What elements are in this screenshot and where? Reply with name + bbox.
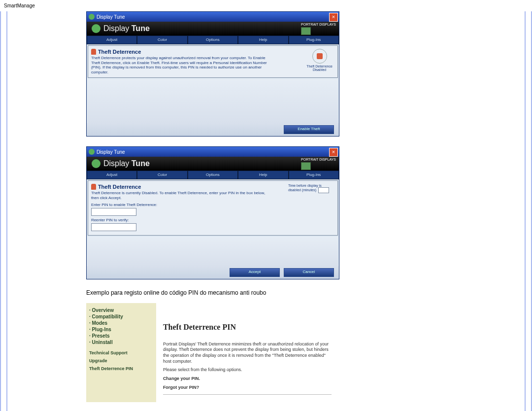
web-sidebar: Overview Compatibility Modes Plug-Ins Pr… (86, 303, 156, 402)
brand-right: PORTRAIT DISPLAYS (301, 23, 336, 35)
web-link-change-pin[interactable]: Change your PIN. (163, 376, 332, 382)
content-gap (88, 237, 338, 266)
status-line1: Theft Deterrence (306, 65, 332, 68)
brand-bar: Display Tune PORTRAIT DISPLAYS (87, 157, 339, 171)
time-input[interactable] (318, 187, 329, 193)
tab-bar: Adjust Color Options Help Plug-Ins (87, 35, 339, 44)
section-description: Theft Deterrence is currently Disabled. … (91, 191, 268, 200)
time-note: Time before display is disabled (minutes… (288, 184, 332, 193)
web-link-forgot-pin[interactable]: Forgot your PIN? (163, 385, 332, 391)
button-row: Enable Theft (87, 123, 339, 136)
lock-icon (91, 49, 96, 55)
brand-badge-icon (301, 162, 311, 170)
web-body: Portrait Displays' Theft Deterrence mini… (163, 342, 332, 395)
tab-adjust[interactable]: Adjust (87, 171, 137, 179)
content-gap (88, 79, 338, 123)
brand-text: Display Tune (103, 159, 150, 168)
web-divider (163, 394, 332, 395)
status-line2: Disabled (306, 68, 332, 71)
app-icon (89, 149, 95, 155)
caption-text: Exemplo para registo online do código PI… (86, 289, 515, 296)
time-note-label: Time before display is disabled (minutes… (288, 184, 322, 192)
brand-part2: Tune (132, 24, 150, 33)
button-row: Accept Cancel (87, 266, 339, 279)
tab-adjust[interactable]: Adjust (87, 35, 137, 44)
brand-text: Display Tune (103, 24, 150, 33)
titlebar: Display Tune × (87, 12, 339, 22)
tab-options[interactable]: Options (188, 35, 238, 44)
window-title: Display Tune (97, 14, 125, 20)
brand-part2: Tune (132, 159, 150, 168)
pin-input2[interactable] (91, 223, 136, 231)
cancel-button[interactable]: Cancel (284, 268, 334, 277)
section-title: Theft Deterrence (98, 49, 141, 55)
page-header: SmartManage (0, 0, 532, 11)
nav-upgrade[interactable]: Upgrade (89, 358, 153, 363)
status-lock-icon (312, 49, 327, 64)
brand-part1: Display (103, 24, 132, 33)
brand-icon (92, 159, 100, 168)
nav-modes[interactable]: Modes (89, 320, 153, 326)
tab-help[interactable]: Help (238, 35, 288, 44)
content-pane: Theft Deterrence Theft Deterrence is cur… (88, 180, 338, 235)
brand-icon (92, 24, 100, 33)
tab-bar: Adjust Color Options Help Plug-Ins (87, 171, 339, 179)
brand-bar: Display Tune PORTRAIT DISPLAYS (87, 22, 339, 35)
pin-input1[interactable] (91, 208, 136, 216)
section-description: Theft Deterrence protects your display a… (91, 56, 268, 74)
web-para2: Please select from the following options… (163, 367, 332, 373)
status-badge: Theft Deterrence Disabled (306, 49, 332, 71)
web-nav-list: Overview Compatibility Modes Plug-Ins Pr… (89, 307, 153, 345)
window-title: Display Tune (97, 149, 125, 155)
enable-theft-button[interactable]: Enable Theft (284, 125, 334, 134)
window-theft-disabled: Display Tune × Display Tune PORTRAIT DIS… (86, 11, 339, 137)
lock-icon (91, 184, 96, 190)
section-title: Theft Deterrence (98, 184, 141, 190)
nav-uninstall[interactable]: Uninstall (89, 339, 153, 345)
web-main: Theft Deterrence PIN Portrait Displays' … (156, 303, 338, 402)
accept-button[interactable]: Accept (230, 268, 280, 277)
tab-plugins[interactable]: Plug-Ins (289, 35, 339, 44)
tab-help[interactable]: Help (238, 171, 288, 179)
nav-tech-support[interactable]: Technical Support (89, 350, 153, 355)
brand-right-label: PORTRAIT DISPLAYS (301, 158, 336, 161)
webpage-mock: Overview Compatibility Modes Plug-Ins Pr… (86, 303, 338, 402)
titlebar: Display Tune × (87, 147, 339, 157)
nav-theft-pin[interactable]: Theft Deterrence PIN (89, 366, 153, 371)
web-para1: Portrait Displays' Theft Deterrence mini… (163, 342, 332, 365)
nav-compatibility[interactable]: Compatibility (89, 313, 153, 320)
right-rule (525, 11, 532, 411)
nav-presets[interactable]: Presets (89, 333, 153, 339)
app-icon (89, 14, 95, 20)
brand-right: PORTRAIT DISPLAYS (301, 158, 336, 170)
brand-part1: Display (103, 159, 132, 168)
pin-label1: Enter PIN to enable Theft Deterrence: (91, 203, 334, 207)
tab-color[interactable]: Color (137, 35, 187, 44)
content-column: Display Tune × Display Tune PORTRAIT DIS… (7, 11, 525, 411)
page-frame: Display Tune × Display Tune PORTRAIT DIS… (0, 11, 532, 411)
pin-label2: Reenter PIN to verify: (91, 218, 334, 222)
tab-color[interactable]: Color (137, 171, 187, 179)
close-button[interactable]: × (329, 148, 338, 157)
content-pane: Theft Deterrence Theft Deterrence protec… (88, 45, 338, 78)
brand-badge-icon (301, 27, 311, 35)
tab-plugins[interactable]: Plug-Ins (289, 171, 339, 179)
left-rule (0, 11, 7, 411)
window-theft-enable-pin: Display Tune × Display Tune PORTRAIT DIS… (86, 146, 339, 279)
nav-overview[interactable]: Overview (89, 307, 153, 313)
section-head: Theft Deterrence (91, 49, 334, 55)
brand-right-label: PORTRAIT DISPLAYS (301, 23, 336, 26)
tab-options[interactable]: Options (188, 171, 238, 179)
web-heading: Theft Deterrence PIN (163, 323, 332, 332)
nav-plugins[interactable]: Plug-Ins (89, 326, 153, 333)
close-button[interactable]: × (329, 13, 338, 22)
